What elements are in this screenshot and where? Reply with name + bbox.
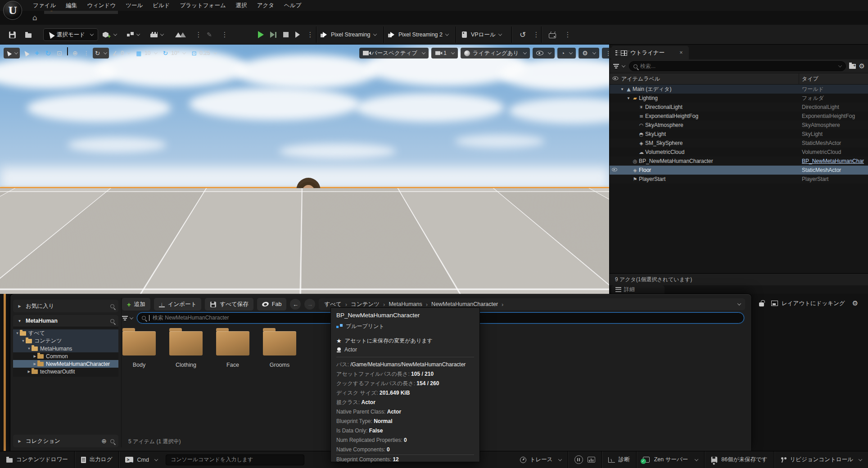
insights-pause-icon[interactable]	[574, 455, 583, 464]
breadcrumb-item[interactable]: コンテンツ	[351, 301, 380, 308]
outliner-search-input[interactable]: 検索...	[629, 61, 846, 71]
pixel-streaming-2-dropdown[interactable]: Pixel Streaming 2	[388, 28, 448, 41]
unreal-logo-icon[interactable]: U	[3, 1, 22, 20]
add-collection-icon[interactable]: ⊕	[101, 437, 107, 445]
create-folder-icon[interactable]	[849, 64, 856, 69]
column-item-label[interactable]: アイテムラベル	[621, 75, 660, 83]
select-mode-dropdown[interactable]: 選択モード	[43, 28, 98, 41]
path-dropdown-icon[interactable]	[737, 302, 741, 305]
back-button[interactable]: ←	[290, 299, 301, 310]
unsaved-assets-button[interactable]: 86個が未保存です	[705, 451, 773, 468]
forward-button[interactable]: →	[304, 299, 315, 310]
fab-button[interactable]: Fab	[257, 298, 287, 310]
content-filter-dropdown[interactable]	[122, 316, 133, 320]
world-coordinate-icon[interactable]: ⊕	[70, 48, 80, 58]
outliner-row[interactable]: ▼ ▲ Main (エディタ) ワールド	[610, 85, 868, 94]
folder-tree-row[interactable]: ▶ Common	[13, 352, 118, 360]
actor-snap-dropdown[interactable]: ∠0	[110, 48, 132, 58]
unlock-icon[interactable]	[759, 302, 764, 306]
level-viewport[interactable]	[0, 45, 609, 294]
diagnostics-button[interactable]: 診断	[602, 451, 636, 468]
source-root-section[interactable]: ▼ MetaHuman	[13, 315, 118, 327]
search-icon[interactable]	[110, 304, 114, 308]
dashboard-dropdown[interactable]: ◔	[557, 48, 576, 58]
save-all-button[interactable]: すべて保存	[205, 298, 253, 310]
folder-tile[interactable]: Grooms	[257, 327, 302, 368]
cinematics-dropdown[interactable]	[150, 28, 163, 41]
column-type[interactable]: タイプ	[802, 75, 818, 83]
outliner-row[interactable]: ≡ ExponentialHeightFog ExponentialHeight…	[610, 112, 868, 121]
caret-right-icon[interactable]: ▶	[17, 439, 22, 443]
modes-overflow-dots[interactable]: ⋮	[193, 28, 204, 41]
outliner-row[interactable]: ◠ SkyAtmosphere SkyAtmosphere	[610, 121, 868, 130]
trace-dropdown[interactable]: トレース	[514, 451, 568, 468]
outliner-row[interactable]: ▼ ▰ Lighting フォルダ	[610, 94, 868, 103]
dock-in-layout-button[interactable]: レイアウトにドッキング	[771, 300, 845, 307]
select-tool[interactable]	[21, 48, 31, 58]
content-drawer-button[interactable]: コンテンツドロワー	[0, 451, 74, 468]
takes-dots[interactable]: ⋮	[530, 28, 542, 41]
caret-down-icon[interactable]: ▼	[619, 87, 625, 91]
folder-tile[interactable]: Clothing	[163, 327, 208, 368]
menu-item[interactable]: アクタ	[252, 0, 279, 11]
add-button[interactable]: +追加	[122, 298, 150, 310]
import-button[interactable]: ↓インポート	[154, 298, 202, 310]
folder-tree-row[interactable]: ▶ techwearOutfit	[13, 368, 118, 375]
folder-tree-row[interactable]: ▼ すべて	[13, 329, 118, 337]
scale-snap-dropdown[interactable]: ⊡0.25	[189, 48, 218, 58]
perspective-dropdown[interactable]: パースペクティブ	[359, 48, 429, 58]
menu-item[interactable]: ウィンドウ	[82, 0, 121, 11]
tab-details[interactable]: 詳細	[611, 285, 665, 294]
menu-item[interactable]: ファイル	[28, 0, 61, 11]
cmd-dropdown[interactable]: >_Cmd	[119, 451, 163, 468]
caret-down-icon[interactable]: ▼	[21, 339, 26, 343]
eject-play-button[interactable]	[292, 28, 303, 41]
search-icon[interactable]	[110, 439, 114, 443]
coordinate-dots[interactable]: ⋮	[81, 48, 91, 58]
caret-right-icon[interactable]: ▶	[17, 304, 22, 308]
home-icon[interactable]: ⌂	[32, 13, 37, 22]
outliner-row[interactable]: ◓ SkyLight SkyLight	[610, 130, 868, 139]
breadcrumb-item[interactable]: NewMetaHumanCharacter	[431, 301, 498, 307]
media-dots[interactable]: ⋮	[562, 28, 574, 41]
paint-overflow-dots[interactable]: ⋮	[219, 28, 231, 41]
rotate-tool[interactable]: ↻	[43, 48, 53, 58]
takes-recorder-icon[interactable]: ↺	[517, 28, 529, 41]
viewport-options-dropdown[interactable]	[4, 48, 20, 58]
caret-down-icon[interactable]: ▼	[626, 96, 631, 100]
blueprints-dropdown[interactable]	[127, 28, 140, 41]
move-tool[interactable]: +	[32, 48, 41, 58]
menu-item[interactable]: ヘルプ	[279, 0, 306, 11]
menu-item[interactable]: 選択	[231, 0, 252, 11]
breadcrumb-item[interactable]: すべて	[324, 301, 341, 308]
surface-snap-dropdown[interactable]: ↻	[93, 48, 109, 58]
favorites-section[interactable]: ▶ お気に入り	[13, 300, 118, 312]
content-browser-icon[interactable]	[23, 28, 34, 41]
scale-tool[interactable]: ⊡	[54, 48, 64, 58]
search-icon[interactable]	[110, 319, 114, 323]
filter-icon[interactable]	[613, 64, 619, 68]
vp-roll-dropdown[interactable]: VPロール	[462, 28, 502, 41]
caret-down-icon[interactable]: ▼	[17, 319, 22, 323]
menu-item[interactable]: 編集	[61, 0, 82, 11]
outliner-row[interactable]: ⚑ PlayerStart PlayerStart	[610, 175, 868, 184]
stop-button[interactable]	[280, 28, 292, 41]
screen-percentage-dropdown[interactable]: 1	[431, 48, 458, 58]
visibility-column-icon[interactable]	[613, 76, 619, 80]
collections-section[interactable]: ▶ コレクション ⊕	[13, 435, 118, 447]
eye-icon[interactable]	[612, 168, 617, 171]
modes-icon[interactable]	[175, 28, 186, 41]
folder-tree-row[interactable]: ▼ コンテンツ	[13, 337, 118, 345]
rotation-snap-dropdown[interactable]: ↻10°	[161, 48, 188, 58]
outliner-row[interactable]: ◈ Floor StaticMeshActor	[610, 166, 868, 175]
close-tab-icon[interactable]: ×	[679, 50, 683, 56]
outliner-row[interactable]: ◈ SM_SkySphere StaticMeshActor	[610, 139, 868, 148]
console-input[interactable]: コンソールコマンドを入力します	[166, 454, 304, 465]
caret-down-icon[interactable]: ▼	[27, 346, 32, 351]
folder-tile[interactable]: Body	[117, 327, 162, 368]
frame-skip-button[interactable]	[267, 28, 279, 41]
outliner-settings-icon[interactable]: ⚙	[859, 62, 865, 70]
pixel-streaming-dropdown[interactable]: Pixel Streaming	[321, 28, 376, 41]
breadcrumb-item[interactable]: MetaHumans	[389, 301, 422, 307]
caret-down-icon[interactable]: ▼	[15, 331, 20, 335]
